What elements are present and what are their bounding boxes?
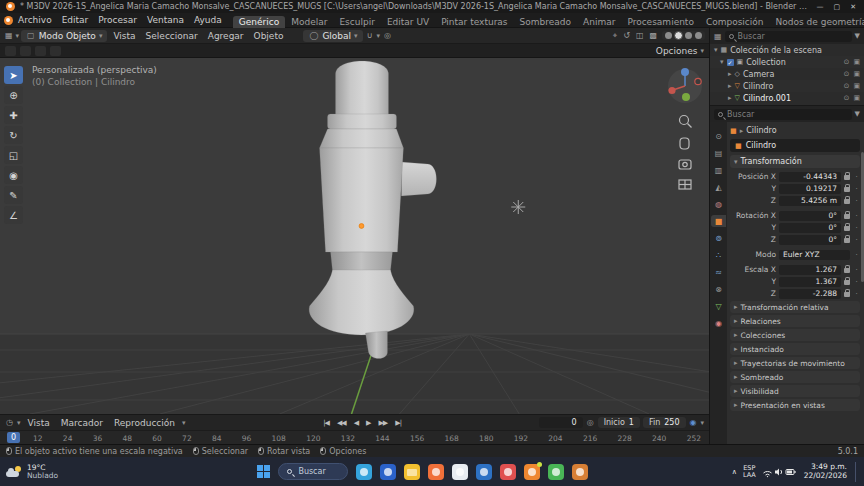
object-name-field[interactable]: ■ Cilindro xyxy=(730,139,860,152)
tab-modelar[interactable]: Modelar xyxy=(285,16,333,28)
next-keyframe-button[interactable]: ▶▶ xyxy=(376,419,389,427)
blender-app-icon[interactable] xyxy=(524,464,540,480)
editor-type-icon[interactable]: ▦ xyxy=(4,31,14,40)
animate-dot-icon[interactable]: · xyxy=(853,224,860,232)
tab-procesamiento[interactable]: Procesamiento xyxy=(621,16,700,28)
ortho-grid-icon[interactable] xyxy=(679,180,691,189)
taskbar-app-5[interactable] xyxy=(452,464,468,480)
physics-tab[interactable]: ≈ xyxy=(711,266,726,278)
viewlayer-tab[interactable]: ▥ xyxy=(711,164,726,176)
language-indicator[interactable]: ESP LAA xyxy=(743,465,756,479)
auto-keying-icon[interactable]: ◎ xyxy=(586,418,595,427)
lock-icon[interactable] xyxy=(844,226,850,231)
frame-start-field[interactable]: Inicio1 xyxy=(598,417,640,428)
section-transformacion-relativa[interactable]: ▸Transformación relativa xyxy=(730,301,860,313)
frame-end-field[interactable]: Fin250 xyxy=(643,417,686,428)
object-tab[interactable]: ■ xyxy=(711,215,726,227)
scene-tab[interactable]: ◭ xyxy=(711,181,726,193)
timeline-editor-icon[interactable]: ◷ xyxy=(5,418,14,427)
weather-widget[interactable]: 19°C Nublado xyxy=(6,464,114,480)
posicion-x-field[interactable]: -0.44343 xyxy=(779,172,841,182)
taskbar-search-input[interactable] xyxy=(296,466,339,477)
data-tab[interactable]: ▽ xyxy=(711,300,726,312)
tab-pintar-texturas[interactable]: Pintar texturas xyxy=(435,16,513,28)
play-button[interactable]: ▶ xyxy=(364,419,372,427)
section-sombreado[interactable]: ▸Sombreado xyxy=(730,371,860,383)
outliner-row-camera[interactable]: ▸ ◇ Camera ⊙ ▣ xyxy=(710,68,864,80)
tab-sombreado[interactable]: Sombreado xyxy=(514,16,577,28)
hide-render-toggle[interactable]: ▣ xyxy=(853,70,860,78)
snap-magnet-icon[interactable]: ∪ xyxy=(366,31,374,40)
material-shading-icon[interactable] xyxy=(685,32,692,39)
timeline-menu-reproduccion[interactable]: Reproducción xyxy=(110,418,179,428)
section-trayectorias[interactable]: ▸Trayectorias de movimiento xyxy=(730,357,860,369)
collection-checkbox[interactable]: ✓ xyxy=(727,59,734,66)
menu-agregar[interactable]: Agregar xyxy=(204,31,248,41)
tab-esculpir[interactable]: Esculpir xyxy=(333,16,380,28)
viewport-3d[interactable]: ➤ ⊕ ✚ ↻ ◱ ◉ ✎ ∠ Personalizada (perspecti… xyxy=(0,58,709,414)
rotacion-z-field[interactable]: 0° xyxy=(779,235,841,245)
close-button[interactable]: ✕ xyxy=(850,3,856,11)
outliner-search-input[interactable] xyxy=(738,32,848,41)
tab-editar-uv[interactable]: Editar UV xyxy=(381,16,435,28)
hide-viewport-toggle[interactable]: ⊙ xyxy=(844,70,850,78)
pan-hand-icon[interactable] xyxy=(680,138,689,149)
play-reverse-button[interactable]: ◀ xyxy=(352,419,360,427)
taskbar-app-7[interactable] xyxy=(500,464,516,480)
animate-dot-icon[interactable]: · xyxy=(853,236,860,244)
world-tab[interactable]: ◍ xyxy=(711,198,726,210)
properties-filter-icon[interactable]: ▼ xyxy=(855,110,860,118)
animate-dot-icon[interactable]: · xyxy=(853,197,860,205)
camera-view-icon[interactable] xyxy=(679,160,691,169)
rendered-shading-icon[interactable] xyxy=(695,32,702,39)
hide-render-toggle[interactable]: ▣ xyxy=(853,58,860,66)
proportional-edit-icon[interactable]: ◎ xyxy=(383,31,392,40)
y-axis-handle[interactable] xyxy=(682,93,690,101)
lock-icon[interactable] xyxy=(844,280,850,285)
menu-procesar[interactable]: Procesar xyxy=(93,15,142,25)
modifiers-tab[interactable]: ⊚ xyxy=(711,232,726,244)
tab-composicion[interactable]: Composición xyxy=(700,16,770,28)
tray-expand-caret[interactable]: ∧ xyxy=(732,468,737,476)
taskbar-app-2[interactable] xyxy=(380,464,396,480)
annotate-tool[interactable]: ✎ xyxy=(4,186,23,204)
pivot-point-icon[interactable]: ⌖ xyxy=(612,31,619,41)
file-explorer-icon[interactable] xyxy=(404,464,420,480)
measure-tool[interactable]: ∠ xyxy=(4,206,23,224)
animate-dot-icon[interactable]: · xyxy=(853,278,860,286)
tab-nodos-geometria[interactable]: Nodos de geometría xyxy=(770,16,864,28)
particles-tab[interactable]: ∴ xyxy=(711,249,726,261)
menu-objeto[interactable]: Objeto xyxy=(250,31,288,41)
hide-render-toggle[interactable]: ▣ xyxy=(853,82,860,90)
animate-dot-icon[interactable]: · xyxy=(853,173,860,181)
hide-render-toggle[interactable]: ▣ xyxy=(853,94,860,102)
editor-type-caret-icon[interactable]: ▾ xyxy=(16,32,20,40)
navigation-gizmo[interactable] xyxy=(668,68,702,103)
mode-dropdown[interactable]: ▢ Modo Objeto ▾ xyxy=(21,30,107,42)
outliner-editor-icon[interactable]: ▦ xyxy=(714,32,722,41)
orientation-dropdown[interactable]: ◯ Global ▾ xyxy=(303,30,362,42)
animate-dot-icon[interactable]: · xyxy=(853,266,860,274)
select-box-tool[interactable]: ➤ xyxy=(4,66,23,84)
options-dropdown[interactable]: Opciones ▾ xyxy=(656,46,704,56)
z-axis-handle[interactable] xyxy=(681,68,689,76)
tool-settings-icon[interactable] xyxy=(35,46,46,56)
jump-to-start-button[interactable]: |◀ xyxy=(321,419,331,427)
outliner-row-cilindro-001[interactable]: ▸ ▽ Cilindro.001 ⊙ ▣ xyxy=(710,92,864,104)
taskbar-search[interactable] xyxy=(278,463,348,480)
scale-tool[interactable]: ◱ xyxy=(4,146,23,164)
taskbar-app-10[interactable] xyxy=(572,464,588,480)
tool-settings-icon[interactable] xyxy=(20,46,31,56)
show-gizmo-icon[interactable]: ↺ xyxy=(622,31,631,40)
current-frame-field[interactable]: 0 xyxy=(539,417,583,428)
escala-y-field[interactable]: 1.367 xyxy=(779,277,841,287)
prev-keyframe-button[interactable]: ◀◀ xyxy=(335,419,348,427)
taskbar-app-9[interactable] xyxy=(548,464,564,480)
menu-editar[interactable]: Editar xyxy=(57,15,94,25)
lock-icon[interactable] xyxy=(844,175,850,180)
tab-generico[interactable]: Genérico xyxy=(233,16,285,28)
clock-widget[interactable]: 3:49 p.m. 22/02/2026 xyxy=(804,463,847,480)
tool-settings-icon[interactable] xyxy=(5,46,16,56)
tab-animar[interactable]: Animar xyxy=(577,16,621,28)
x-axis-handle[interactable] xyxy=(668,87,675,94)
